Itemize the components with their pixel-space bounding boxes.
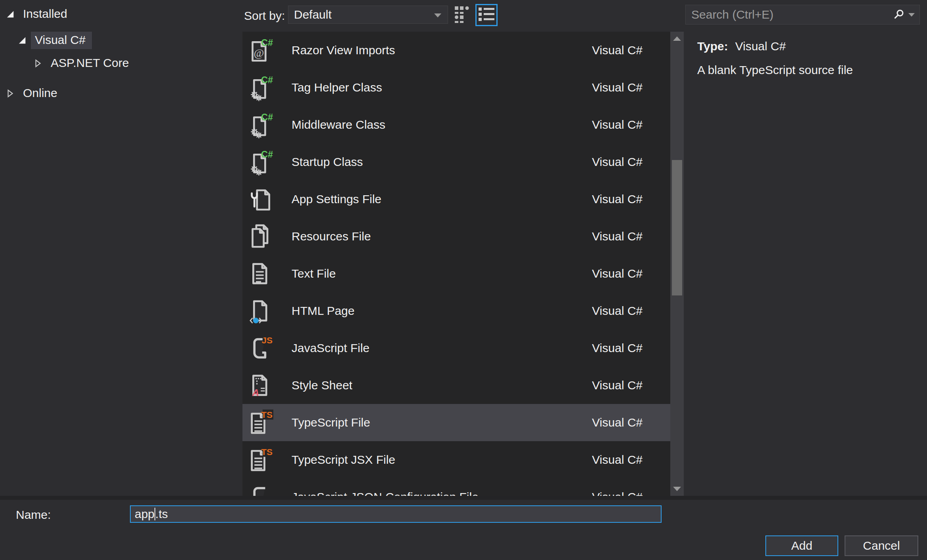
small-icons-view-icon	[454, 6, 472, 25]
search-options-chevron-icon[interactable]	[908, 13, 915, 17]
search-icon[interactable]	[893, 9, 904, 20]
typescript-file-icon: TS	[249, 408, 274, 437]
template-row[interactable]: C#Middleware ClassVisual C#	[242, 106, 670, 143]
small-icons-view-button[interactable]	[454, 6, 472, 25]
template-name: Middleware Class	[292, 118, 385, 131]
svg-text:JS: JS	[262, 335, 273, 345]
vertical-scrollbar[interactable]	[670, 32, 684, 496]
template-language: Visual C#	[592, 304, 643, 318]
template-list: @C#Razor View ImportsVisual C#C#Tag Help…	[242, 32, 670, 496]
sort-by-value: Default	[294, 8, 332, 21]
template-name: App Settings File	[292, 192, 381, 206]
tree-item-visual-c[interactable]: Visual C#	[17, 32, 92, 49]
template-language: Visual C#	[592, 453, 643, 467]
details-panel: Type: Visual C#	[697, 40, 786, 53]
template-name: Tag Helper Class	[292, 81, 382, 94]
collapsed-glyph-icon[interactable]	[33, 59, 43, 68]
template-language: Visual C#	[592, 379, 643, 392]
csharp-razor-file-icon: @C#	[249, 36, 274, 65]
expanded-glyph-icon[interactable]	[17, 36, 27, 45]
typescript-file-icon: TS	[249, 446, 274, 474]
sort-by-dropdown[interactable]: Default	[288, 6, 448, 24]
name-input-text-after-caret: .ts	[155, 507, 168, 521]
template-language: Visual C#	[592, 341, 643, 355]
expanded-glyph-icon[interactable]	[6, 10, 15, 19]
template-description: A blank TypeScript source file	[697, 63, 853, 77]
template-row[interactable]: AStyle SheetVisual C#	[242, 367, 670, 404]
tree-item-label: ASP.NET Core	[47, 55, 135, 72]
scroll-down-arrow-icon[interactable]	[673, 487, 681, 491]
template-language: Visual C#	[592, 230, 643, 243]
cancel-button[interactable]: Cancel	[845, 535, 918, 556]
svg-text:C#: C#	[261, 75, 273, 85]
json-config-file-icon	[249, 483, 274, 496]
collapsed-glyph-icon[interactable]	[6, 89, 15, 98]
template-language: Visual C#	[592, 416, 643, 429]
scroll-up-arrow-icon[interactable]	[673, 36, 681, 41]
chevron-down-icon	[434, 13, 441, 17]
template-language: Visual C#	[592, 490, 643, 496]
template-name: JavaScript JSON Configuration File	[292, 490, 479, 496]
template-name: Style Sheet	[292, 379, 352, 392]
svg-text:TS: TS	[261, 447, 273, 457]
svg-text:TS: TS	[261, 410, 273, 420]
resources-file-icon	[249, 222, 274, 251]
add-button[interactable]: Add	[765, 535, 838, 556]
template-language: Visual C#	[592, 192, 643, 206]
template-row[interactable]: @C#Razor View ImportsVisual C#	[242, 32, 670, 69]
name-input[interactable]: app.ts	[130, 505, 662, 523]
template-row[interactable]: TSTypeScript FileVisual C#	[242, 404, 670, 441]
svg-text:C#: C#	[261, 38, 273, 48]
tree-item-label: Online	[19, 85, 64, 102]
template-name: TypeScript File	[292, 416, 370, 429]
template-name: Razor View Imports	[292, 44, 395, 57]
template-row[interactable]: C#Tag Helper ClassVisual C#	[242, 69, 670, 106]
template-row[interactable]: C#Startup ClassVisual C#	[242, 143, 670, 181]
tree-item-label: Installed	[19, 6, 74, 23]
add-new-item-dialog: InstalledVisual C#ASP.NET CoreOnline Sor…	[0, 0, 927, 560]
text-file-icon	[249, 259, 274, 288]
search-placeholder: Search (Ctrl+E)	[686, 8, 893, 21]
template-name: JavaScript File	[292, 341, 370, 355]
footer-separator	[0, 496, 927, 500]
template-language: Visual C#	[592, 118, 643, 131]
svg-text:@: @	[254, 47, 264, 59]
search-input[interactable]: Search (Ctrl+E)	[685, 5, 920, 25]
svg-text:C#: C#	[261, 149, 273, 160]
style-sheet-icon: A	[249, 371, 274, 400]
template-row[interactable]: JavaScript JSON Configuration FileVisual…	[242, 478, 670, 496]
svg-text:A: A	[252, 387, 259, 398]
template-row[interactable]: JSJavaScript FileVisual C#	[242, 330, 670, 367]
tree-item-installed[interactable]: Installed	[6, 6, 74, 23]
template-name: TypeScript JSX File	[292, 453, 395, 467]
template-name: Text File	[292, 267, 336, 280]
scrollbar-thumb[interactable]	[672, 160, 682, 295]
tree-item-asp-net-core[interactable]: ASP.NET Core	[33, 55, 135, 72]
list-view-button[interactable]	[475, 4, 498, 26]
html-page-icon	[249, 297, 274, 325]
csharp-class-file-icon: C#	[249, 73, 274, 102]
csharp-class-file-icon: C#	[249, 110, 274, 139]
template-row[interactable]: HTML PageVisual C#	[242, 292, 670, 330]
template-name: Resources File	[292, 230, 371, 243]
template-row[interactable]: Resources FileVisual C#	[242, 218, 670, 255]
name-label: Name:	[16, 508, 51, 522]
csharp-class-file-icon: C#	[249, 148, 274, 176]
app-settings-file-icon	[249, 185, 274, 213]
svg-text:C#: C#	[261, 112, 273, 122]
template-row[interactable]: TSTypeScript JSX FileVisual C#	[242, 441, 670, 478]
template-language: Visual C#	[592, 81, 643, 94]
template-language: Visual C#	[592, 44, 643, 57]
template-language: Visual C#	[592, 267, 643, 280]
template-row[interactable]: Text FileVisual C#	[242, 255, 670, 292]
template-row[interactable]: App Settings FileVisual C#	[242, 181, 670, 218]
type-value: Visual C#	[735, 40, 786, 53]
type-label: Type:	[697, 40, 728, 53]
tree-item-label: Visual C#	[31, 32, 92, 49]
name-input-text-before-caret: app	[135, 507, 154, 521]
list-view-icon	[479, 7, 494, 23]
tree-item-online[interactable]: Online	[6, 85, 64, 102]
template-name: Startup Class	[292, 155, 363, 169]
sort-by-label: Sort by:	[244, 9, 285, 23]
javascript-file-icon: JS	[249, 334, 274, 362]
